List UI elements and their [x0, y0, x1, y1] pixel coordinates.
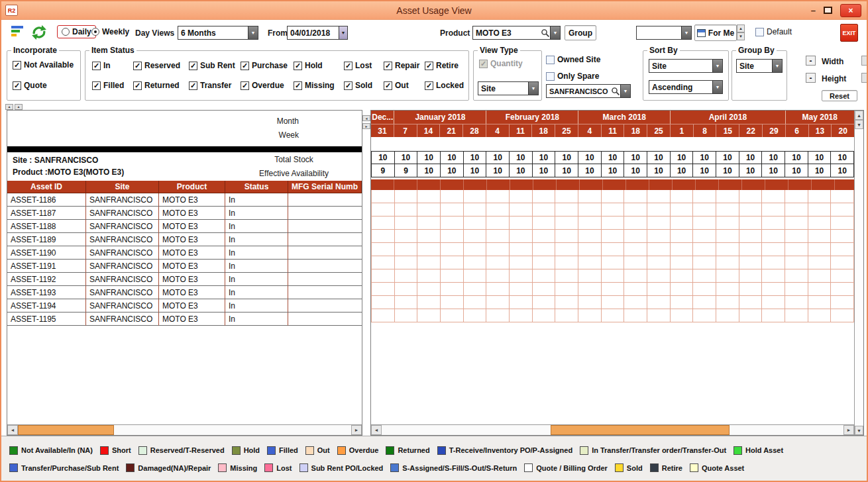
scrollbar-thumb[interactable]: [551, 425, 730, 435]
calendar-cell[interactable]: [762, 190, 785, 203]
chevron-down-icon[interactable]: ▼: [772, 60, 782, 72]
checkbox-returned[interactable]: ✓Returned: [133, 81, 189, 90]
calendar-cell[interactable]: [372, 203, 395, 217]
calendar-cell[interactable]: [417, 296, 441, 309]
calendar-cell[interactable]: [624, 190, 647, 203]
calendar-cell[interactable]: [762, 283, 785, 296]
calendar-cell[interactable]: [716, 256, 739, 269]
calendar-cell[interactable]: [693, 217, 716, 230]
calendar-cell[interactable]: [510, 230, 533, 243]
calendar-cell[interactable]: [464, 256, 487, 269]
calendar-cell[interactable]: [739, 283, 763, 296]
calendar-cell[interactable]: [486, 283, 510, 296]
calendar-cell[interactable]: [464, 269, 487, 283]
chevron-down-icon[interactable]: ▼: [248, 26, 258, 39]
calendar-cell[interactable]: [417, 309, 441, 322]
scroll-right-icon[interactable]: ►: [351, 425, 362, 435]
calendar-cell[interactable]: [671, 243, 694, 256]
calendar-cell[interactable]: [693, 309, 716, 322]
week-header[interactable]: 15: [716, 124, 739, 137]
vertical-scrollbar[interactable]: ▲ ▼ ▼: [854, 111, 863, 435]
calendar-cell[interactable]: [671, 190, 694, 203]
product-combo[interactable]: MOTO E3 ▼: [472, 26, 561, 40]
calendar-cell[interactable]: [785, 243, 808, 256]
calendar-cell[interactable]: [486, 309, 510, 322]
calendar-cell[interactable]: [762, 217, 785, 230]
calendar-cell[interactable]: [624, 296, 647, 309]
calendar-cell[interactable]: [624, 269, 647, 283]
calendar-cell[interactable]: [671, 269, 694, 283]
calendar-cell[interactable]: [739, 230, 763, 243]
search-icon[interactable]: [541, 28, 550, 38]
calendar-cell[interactable]: [716, 203, 739, 217]
calendar-cell[interactable]: [831, 309, 854, 322]
scroll-down-icon[interactable]: ▼: [855, 426, 863, 435]
chevron-down-icon[interactable]: ▼: [528, 82, 538, 95]
calendar-cell[interactable]: [578, 296, 602, 309]
calendar-cell[interactable]: [647, 190, 671, 203]
calendar-cell[interactable]: [372, 309, 395, 322]
calendar-cell[interactable]: [441, 283, 464, 296]
calendar-cell[interactable]: [372, 243, 395, 256]
checkbox-missing[interactable]: ✓Missing: [294, 81, 344, 90]
week-header[interactable]: 25: [555, 124, 578, 137]
calendar-cell[interactable]: [671, 296, 694, 309]
refresh-icon[interactable]: [31, 24, 47, 42]
calendar-cell[interactable]: [716, 243, 739, 256]
calendar-cell[interactable]: [647, 309, 671, 322]
calendar-cell[interactable]: [395, 269, 418, 283]
scroll-left-icon[interactable]: ◄: [7, 425, 18, 435]
collapse-right-icon[interactable]: ►: [362, 123, 370, 129]
calendar-cell[interactable]: [464, 243, 487, 256]
calendar-cell[interactable]: [533, 296, 556, 309]
calendar-cell[interactable]: [624, 309, 647, 322]
close-button[interactable]: ×: [840, 4, 861, 17]
calendar-cell[interactable]: [395, 203, 418, 217]
calendar-cell[interactable]: [578, 230, 602, 243]
calendar-cell[interactable]: [762, 243, 785, 256]
calendar-cell[interactable]: [441, 230, 464, 243]
calendar-cell[interactable]: [555, 309, 578, 322]
calendar-cell[interactable]: [533, 203, 556, 217]
calendar-cell[interactable]: [441, 296, 464, 309]
calendar-cell[interactable]: [486, 243, 510, 256]
month-header-april-2018[interactable]: April 2018: [671, 111, 785, 124]
calendar-cell[interactable]: [762, 296, 785, 309]
month-header-february-2018[interactable]: February 2018: [486, 111, 578, 124]
for-me-button[interactable]: For Me: [694, 24, 737, 41]
checkbox-hold[interactable]: ✓Hold: [294, 61, 344, 70]
calendar-cell[interactable]: [395, 309, 418, 322]
calendar-cell[interactable]: [395, 190, 418, 203]
checkbox-retire[interactable]: ✓Retire: [425, 61, 459, 70]
calendar-cell[interactable]: [578, 190, 602, 203]
calendar-cell[interactable]: [785, 230, 808, 243]
calendar-cell[interactable]: [624, 203, 647, 217]
calendar-cell[interactable]: [693, 256, 716, 269]
calendar-cell[interactable]: [441, 309, 464, 322]
checkbox-quote[interactable]: ✓Quote: [13, 81, 74, 90]
table-row[interactable]: ASSET-1187SANFRANCISCOMOTO E3In: [7, 207, 362, 220]
calendar-cell[interactable]: [762, 269, 785, 283]
chevron-down-icon[interactable]: ▼: [681, 26, 691, 39]
calendar-cell[interactable]: [716, 309, 739, 322]
table-row[interactable]: ASSET-1194SANFRANCISCOMOTO E3In: [7, 299, 362, 313]
group-button[interactable]: Group: [565, 25, 596, 40]
calendar-cell[interactable]: [647, 269, 671, 283]
calendar-cell[interactable]: [808, 203, 832, 217]
calendar-cell[interactable]: [624, 243, 647, 256]
table-row[interactable]: ASSET-1192SANFRANCISCOMOTO E3In: [7, 273, 362, 286]
spinner-down-icon[interactable]: ▼: [737, 32, 745, 40]
filter-splitter[interactable]: ▲ ▲: [1, 103, 867, 110]
calendar-cell[interactable]: [510, 309, 533, 322]
reset-button[interactable]: Reset: [822, 90, 857, 101]
exit-button[interactable]: EXIT: [840, 24, 858, 42]
calendar-cell[interactable]: [739, 243, 763, 256]
calendar-cell[interactable]: [417, 256, 441, 269]
calendar-cell[interactable]: [671, 283, 694, 296]
default-checkbox[interactable]: Default: [755, 27, 792, 36]
collapse-up-icon[interactable]: ▲: [5, 104, 13, 110]
spinner-up-icon[interactable]: ▲: [737, 24, 745, 32]
calendar-cell[interactable]: [671, 203, 694, 217]
calendar-cell[interactable]: [624, 230, 647, 243]
calendar-cell[interactable]: [578, 256, 602, 269]
